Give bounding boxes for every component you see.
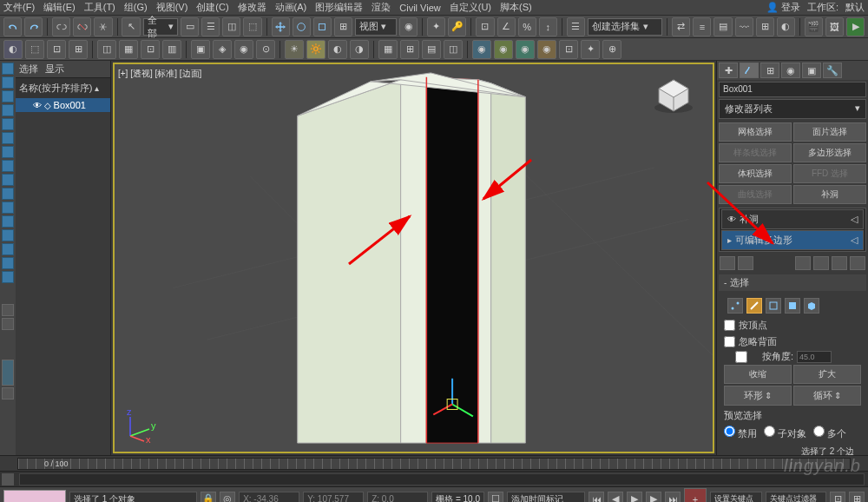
workspace-value[interactable]: 默认: [845, 1, 865, 14]
scale-button[interactable]: [313, 17, 332, 36]
menu-tools[interactable]: 工具(T): [84, 1, 115, 14]
tb2-21[interactable]: ◉: [472, 40, 491, 59]
subobj-edge-icon[interactable]: [746, 298, 762, 314]
stack-sets-icon[interactable]: [850, 256, 865, 270]
subobj-border-icon[interactable]: [766, 298, 781, 314]
menu-civil[interactable]: Civil View: [399, 3, 440, 13]
play-icon[interactable]: ▶: [627, 492, 642, 503]
ring-button[interactable]: 环形 ⇕: [724, 386, 792, 406]
tb2-5[interactable]: ◫: [97, 40, 116, 59]
selection-filter[interactable]: 全部 ▾: [143, 18, 179, 36]
viewport-perspective[interactable]: [+] [透视] [标准] [边面]: [113, 63, 714, 453]
shrink-button[interactable]: 收缩: [724, 365, 792, 384]
panel-tab-display[interactable]: ▣: [802, 63, 821, 78]
panel-tab-modify[interactable]: [740, 63, 759, 78]
undo-button[interactable]: [3, 17, 22, 36]
tb2-16[interactable]: ◑: [350, 40, 369, 59]
by-angle-checkbox[interactable]: [724, 351, 759, 363]
lr-9[interactable]: [2, 174, 14, 186]
isolate-icon[interactable]: ◎: [220, 492, 235, 503]
btn-face-select[interactable]: 面片选择: [793, 122, 866, 142]
light-icon[interactable]: ☀: [285, 40, 304, 59]
play-next-icon[interactable]: ▶: [646, 492, 661, 503]
outliner-sort-header[interactable]: 名称(按升序排序) ▴: [16, 78, 110, 98]
tb2-10[interactable]: ◈: [213, 40, 232, 59]
pivot-button[interactable]: ◉: [399, 17, 418, 36]
coord-y[interactable]: Y: 107.577: [303, 492, 364, 503]
curve-editor-button[interactable]: 〰: [735, 17, 753, 36]
tb2-26[interactable]: ✦: [581, 40, 600, 59]
lr-f1[interactable]: [2, 304, 14, 316]
btn-curve-select[interactable]: 曲线选择: [719, 185, 792, 204]
trackbar-toggle[interactable]: [2, 473, 14, 485]
rollout-selection-header[interactable]: - 选择: [719, 274, 866, 291]
tb2-25[interactable]: ⊡: [559, 40, 578, 59]
tb2-12[interactable]: ⊙: [256, 40, 275, 59]
modifier-list-dropdown[interactable]: 修改器列表▾: [719, 99, 866, 119]
tb2-11[interactable]: ◉: [234, 40, 253, 59]
panel-tab-create[interactable]: ✚: [719, 63, 738, 78]
unlink-button[interactable]: [73, 17, 91, 36]
key-filter-button[interactable]: 关键点过滤器: [766, 492, 826, 503]
menu-group[interactable]: 组(G): [124, 1, 148, 14]
lr-1[interactable]: [2, 63, 14, 75]
preview-subobj-radio[interactable]: [764, 426, 775, 437]
add-time-tag[interactable]: 添加时间标记: [507, 492, 585, 503]
tb2-24[interactable]: ◉: [537, 40, 556, 59]
timetag-toggle[interactable]: ☐: [488, 492, 503, 503]
subobj-polygon-icon[interactable]: [785, 298, 800, 314]
named-set-dropdown[interactable]: 创建选择集 ▾: [588, 18, 662, 36]
menu-grapheditor[interactable]: 图形编辑器: [315, 1, 363, 14]
tb2-1[interactable]: ◐: [3, 40, 23, 59]
tb2-19[interactable]: ▤: [422, 40, 441, 59]
login-button[interactable]: 👤 登录: [766, 1, 800, 14]
tb2-6[interactable]: ▦: [119, 40, 138, 59]
stack-make-unique-icon[interactable]: [813, 256, 829, 270]
menu-render[interactable]: 渲染: [372, 1, 391, 14]
tb2-8[interactable]: ▥: [162, 40, 181, 59]
lr-15[interactable]: [2, 257, 14, 269]
stack-editable-poly[interactable]: ▸ 可编辑多边形◁: [721, 230, 864, 250]
select-region-button[interactable]: ◫: [222, 17, 240, 36]
btn-spline-select[interactable]: 样条线选择: [719, 143, 792, 162]
stack-remove-icon[interactable]: [832, 256, 847, 270]
stack-pin-icon[interactable]: [720, 256, 735, 270]
coord-z[interactable]: Z: 0.0: [367, 492, 428, 503]
tb2-23[interactable]: ◉: [516, 40, 535, 59]
refcoord-dropdown[interactable]: 视图 ▾: [355, 18, 397, 36]
subobj-vertex-icon[interactable]: [727, 298, 743, 314]
vp-nav-2[interactable]: ⊞: [849, 492, 865, 503]
tb2-7[interactable]: ⊡: [141, 40, 160, 59]
tb2-18[interactable]: ⊞: [400, 40, 419, 59]
select-rect-button[interactable]: ▭: [181, 17, 199, 36]
grow-button[interactable]: 扩大: [793, 365, 861, 384]
render-frame-button[interactable]: 🖼: [825, 17, 844, 36]
lr-b1[interactable]: [2, 360, 14, 386]
stack-show-icon[interactable]: [738, 256, 753, 270]
lr-10[interactable]: [2, 188, 14, 200]
angle-snap-button[interactable]: ∠: [497, 17, 516, 36]
menu-create[interactable]: 创建(C): [196, 1, 228, 14]
menu-edit[interactable]: 编辑(E): [43, 1, 76, 14]
btn-vol-select[interactable]: 体积选择: [719, 164, 792, 183]
redo-button[interactable]: [24, 17, 43, 36]
sun-icon[interactable]: 🔆: [306, 40, 326, 59]
panel-tab-hierarchy[interactable]: ⊞: [760, 63, 779, 78]
tb2-22[interactable]: ◉: [494, 40, 513, 59]
lr-5[interactable]: [2, 118, 14, 130]
lr-6[interactable]: [2, 132, 14, 144]
editset-button[interactable]: ☰: [567, 17, 585, 36]
lr-11[interactable]: [2, 201, 14, 214]
outliner-tab-display[interactable]: 显示: [45, 63, 64, 76]
snap-button[interactable]: ⊡: [476, 17, 494, 36]
lr-4[interactable]: [2, 104, 14, 116]
lr-14[interactable]: [2, 243, 14, 255]
manip-button[interactable]: ✦: [427, 17, 445, 36]
menu-view[interactable]: 视图(V): [156, 1, 188, 14]
menu-anim[interactable]: 动画(A): [275, 1, 307, 14]
select-name-button[interactable]: ☰: [201, 17, 220, 36]
spinner-snap-button[interactable]: ↕: [539, 17, 557, 36]
placement-button[interactable]: ⊞: [334, 17, 352, 36]
lr-2[interactable]: [2, 76, 14, 89]
tb2-27[interactable]: ⊕: [602, 40, 621, 59]
